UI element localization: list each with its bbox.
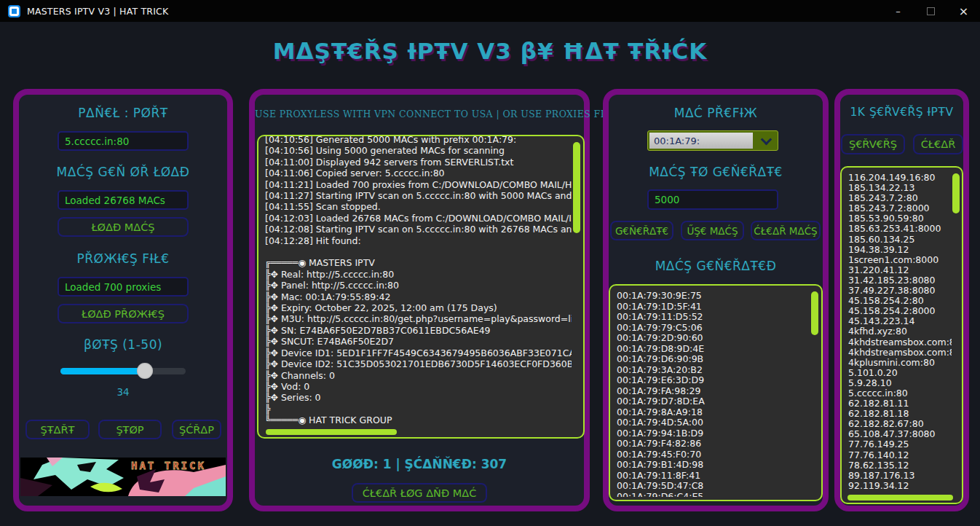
mac-list-item[interactable]: 00:1A:79:F4:82:86	[617, 439, 810, 450]
server-list-item[interactable]: 89.187.176.13	[848, 471, 952, 481]
app-icon	[8, 5, 20, 17]
mac-prefix-label: MΔĆ PŘ€FƗЖ	[609, 106, 823, 120]
server-list-item[interactable]: 5.101.0.20	[848, 368, 952, 378]
title-bar: MASTERS IPTV V3 | HAT TRICK – ×	[0, 0, 980, 22]
mac-list-item[interactable]: 00:1A:79:FA:98:29	[617, 386, 810, 397]
panel-scanner: USE PROXYLESS WITH VPN CONNECT TO USA | …	[249, 89, 590, 511]
server-list-item[interactable]: 62.182.82.67:80	[848, 419, 952, 429]
servers-vertical-scrollbar[interactable]	[952, 173, 960, 213]
clear-macs-button[interactable]: ĆŁ€ΔŘ MΔĆŞ	[751, 221, 821, 240]
macs-to-generate-input[interactable]: 5000	[647, 189, 778, 210]
server-list-item[interactable]: 31.42.185.23:8080	[848, 275, 952, 286]
server-list-item[interactable]: 45.158.254.2:80	[848, 296, 952, 306]
server-list-item[interactable]: 45.158.254.2:8000	[848, 306, 952, 316]
log-line: ╠✥ SN: E74BA6F50E2D7BB37C0611EBDC56AE49	[265, 325, 572, 336]
generate-button[interactable]: G€Ň€ŘΔŦ€	[610, 221, 673, 240]
log-line: [04:10:56] Generated 5000 MACs with pref…	[265, 135, 572, 145]
proxies-input[interactable]: Loaded 700 proxies	[58, 277, 189, 297]
server-list-item[interactable]: 1screen1.com:8000	[848, 255, 952, 265]
close-button[interactable]: ×	[947, 0, 980, 22]
mac-prefix-dropdown[interactable]: 00:1A:79:	[647, 130, 778, 151]
macs-gen-input[interactable]: Loaded 26768 MACs	[58, 190, 189, 210]
servers-button[interactable]: Ş€ŘV€ŘŞ	[841, 134, 905, 154]
scan-log-content: [04:10:56] Generated 5000 MACs with pref…	[265, 135, 572, 428]
servers-horizontal-scrollbar[interactable]	[847, 495, 953, 501]
server-list-item[interactable]: 185.243.7.2:8000	[848, 203, 952, 213]
maximize-button[interactable]	[914, 0, 947, 22]
server-list-item[interactable]: 5.9.28.10	[848, 378, 952, 388]
mac-list-item[interactable]: 00:1A:79:D7:8D:EA	[617, 396, 810, 407]
server-list-item[interactable]: 65.108.47.37:8080	[848, 429, 952, 439]
mac-list-item[interactable]: 00:1A:79:2D:90:60	[617, 333, 810, 344]
scrap-button[interactable]: ŞĆŘΔP	[172, 420, 221, 439]
mac-list-item[interactable]: 00:1A:79:30:9E:75	[617, 291, 810, 302]
server-list-item[interactable]: 185.63.253.41:8000	[848, 224, 952, 234]
scan-log-box[interactable]: [04:10:56] Generated 5000 MACs with pref…	[257, 135, 585, 439]
server-list-item[interactable]: 4kfhd.xyz:80	[848, 326, 952, 337]
server-list-item[interactable]: 92.119.34.12	[848, 481, 952, 491]
mac-list-item[interactable]: 00:1A:79:4D:5A:00	[617, 417, 810, 428]
server-list-item[interactable]: 4kplusmini.com:80	[848, 358, 952, 368]
log-line: [04:11:00] Displayed 942 servers from SE…	[265, 157, 572, 168]
hat-trick-banner-image: HAT TRICK	[20, 458, 226, 496]
mac-list-item[interactable]: 00:1A:79:45:F0:70	[617, 450, 810, 460]
server-list-item[interactable]: 185.243.7.2:80	[848, 193, 952, 203]
log-vertical-scrollbar[interactable]	[573, 142, 580, 233]
maximize-icon	[927, 7, 935, 15]
server-list-item[interactable]: 37.49.227.38:8080	[848, 286, 952, 296]
stop-button[interactable]: ŞŦØP	[98, 420, 162, 439]
mac-list-item[interactable]: 00:1A:79:D6:90:9B	[617, 354, 810, 365]
mac-list-item[interactable]: 00:1A:79:11:D5:52	[617, 312, 810, 323]
server-list-item[interactable]: 62.182.81.18	[848, 409, 952, 419]
mac-list-item[interactable]: 00:1A:79:11:8F:41	[617, 471, 810, 482]
server-list-item[interactable]: 5.ccccc.in:80	[848, 388, 952, 399]
server-list-item[interactable]: 62.182.81.11	[848, 399, 952, 409]
server-list-item[interactable]: 77.76.149.25	[848, 439, 952, 450]
slider-thumb[interactable]	[137, 363, 153, 379]
panel-port-input[interactable]: 5.ccccc.in:80	[58, 131, 189, 151]
mac-list-item[interactable]: 00:1A:79:D6:C4:E5	[617, 492, 810, 498]
server-list-item[interactable]: 185.53.90.59:80	[848, 213, 952, 224]
log-horizontal-scrollbar[interactable]	[266, 429, 397, 435]
mac-list-item[interactable]: 00:1A:79:D8:9D:4E	[617, 344, 810, 355]
servers-list-content: 116.204.149.16:80185.134.22.13185.243.7.…	[848, 173, 952, 494]
panel-port-settings: PΔŇ€Ł : PØŘŦ 5.ccccc.in:80 MΔĆŞ G€Ň ØŘ Ł…	[13, 89, 233, 511]
mac-list-item[interactable]: 00:1A:79:94:1B:D9	[617, 428, 810, 439]
server-list-item[interactable]: 185.60.134.25	[848, 235, 952, 245]
bots-slider[interactable]	[60, 363, 186, 379]
start-button[interactable]: ŞŦΔŘŦ	[25, 420, 90, 439]
log-line: [04:11:06] Copied server: 5.ccccc.in:80	[265, 168, 572, 178]
log-line: ╠✥ Device ID1: 5ED1F1FF7F4549C6343679495…	[265, 348, 572, 358]
server-list-item[interactable]: 116.204.149.16:80	[848, 173, 952, 183]
server-list-item[interactable]: 185.134.22.13	[848, 183, 952, 193]
use-macs-button[interactable]: ŰŞ€ MΔĆŞ	[681, 221, 744, 240]
servers-clear-button[interactable]: ĆŁ€ΔŘ	[913, 134, 963, 154]
mac-list-item[interactable]: 00:1A:79:B1:4D:98	[617, 460, 810, 471]
mac-list-item[interactable]: 00:1A:79:1D:5F:41	[617, 302, 810, 313]
mac-list-item[interactable]: 00:1A:79:5D:47:C8	[617, 481, 810, 492]
mac-list-item[interactable]: 00:1A:79:E6:3D:D9	[617, 375, 810, 386]
dropdown-chevron-area[interactable]	[754, 131, 778, 150]
minimize-button[interactable]: –	[882, 0, 914, 22]
server-list-item[interactable]: 194.38.39.12	[848, 245, 952, 255]
log-line: [04:12:28] Hit found:	[265, 235, 572, 246]
bots-label: βØŦŞ (1-50)	[19, 337, 227, 352]
load-proxies-button[interactable]: ŁØΔÐ PŘØЖƗ€Ş	[58, 304, 189, 323]
mac-list-item[interactable]: 00:1A:79:79:C5:06	[617, 323, 810, 334]
server-list-item[interactable]: 4khdstreamsbox.com:800	[848, 337, 952, 348]
clear-log-and-mac-button[interactable]: ĆŁ€ΔŘ ŁØG ΔŇÐ MΔĆ	[352, 483, 487, 503]
macs-generated-list[interactable]: 00:1A:79:30:9E:7500:1A:79:1D:5F:4100:1A:…	[609, 284, 823, 501]
log-line: ╠✥ Panel: http://5.ccccc.in:80	[265, 280, 572, 291]
mac-list-item[interactable]: 00:1A:79:8A:A9:18	[617, 407, 810, 418]
server-list-item[interactable]: 31.220.41.12	[848, 265, 952, 275]
server-list-item[interactable]: 45.143.223.14	[848, 316, 952, 326]
macs-vertical-scrollbar[interactable]	[811, 291, 818, 335]
mac-list-item[interactable]: 00:1A:79:3A:20:B2	[617, 365, 810, 376]
server-list-item[interactable]: 77.76.140.12	[848, 450, 952, 460]
server-list-item[interactable]: 78.62.135.12	[848, 460, 952, 471]
log-line: ╠✥ Mac: 00:1A:79:55:89:42	[265, 291, 572, 302]
servers-list[interactable]: 116.204.149.16:80185.134.22.13185.243.7.…	[840, 166, 963, 504]
mac-prefix-value: 00:1A:79:	[649, 133, 753, 149]
load-macs-button[interactable]: ŁØΔÐ MΔĆŞ	[58, 217, 189, 237]
server-list-item[interactable]: 4khdstreamsbox.com:80	[848, 348, 952, 358]
